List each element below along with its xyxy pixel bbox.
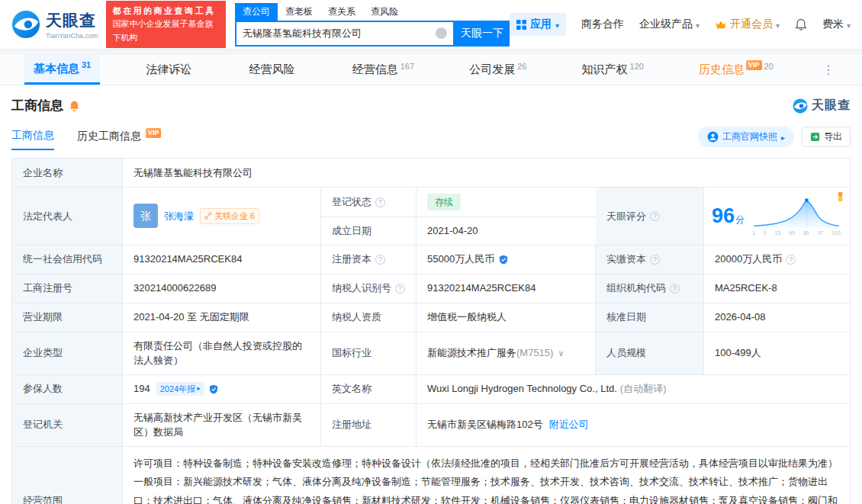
- chevron-down-icon: [847, 18, 851, 30]
- clear-icon[interactable]: [436, 27, 447, 39]
- related-companies-badge[interactable]: 关联企业 6: [200, 208, 259, 224]
- table-row: 法定代表人 张 张海濛 关联企业 6 登记状态: [12, 188, 850, 246]
- snapshot-person-icon: [707, 131, 719, 143]
- search-tab-relation[interactable]: 查关系: [320, 3, 363, 21]
- reg-authority-value: 无锡高新技术产业开发区（无锡市新吴区）数据局: [123, 404, 321, 446]
- business-scope-value: 许可项目：特种设备制造；特种设备安装改造修理；特种设备设计（依法须经批准的项目，…: [123, 447, 850, 504]
- legal-rep-link[interactable]: 张海濛: [164, 209, 194, 224]
- tab-legal[interactable]: 法律诉讼: [137, 55, 203, 85]
- business-info-table: 企业名称 无锡隆基氢能科技有限公司 法定代表人 张 张海濛 关联企业 6: [11, 158, 851, 504]
- nav-cooperation[interactable]: 商务合作: [581, 18, 624, 31]
- help-icon[interactable]: [395, 284, 405, 294]
- status-badge: 存续: [427, 194, 461, 210]
- tab-intellectual-property[interactable]: 知识产权120: [573, 55, 653, 85]
- search-tab-risk[interactable]: 查风险: [363, 3, 406, 21]
- staff-size-value: 100-499人: [704, 332, 850, 374]
- tab-operation-risk[interactable]: 经营风险: [240, 55, 307, 85]
- official-snapshot-button[interactable]: 工商官网快照: [698, 127, 794, 147]
- subtab-business-info[interactable]: 工商信息: [11, 129, 54, 150]
- help-icon[interactable]: [375, 197, 385, 207]
- arrow-right-icon: [781, 132, 785, 143]
- score-chart: 1515658597100: [752, 195, 841, 238]
- top-nav: 应用 商务合作 企业级产品 开通会员 费米: [510, 13, 851, 36]
- staff-size-label: 人员规模: [596, 332, 704, 374]
- subtab-row: 工商信息 历史工商信息 VIP 工商官网快照 导出: [11, 127, 851, 152]
- search-button[interactable]: 天眼一下: [455, 21, 510, 47]
- table-row: 企业名称 无锡隆基氢能科技有限公司: [12, 159, 850, 188]
- taxpayer-quality-label: 纳税人资质: [321, 303, 417, 332]
- paid-capital-label: 实缴资本: [596, 246, 704, 274]
- section-title: 工商信息: [11, 97, 63, 114]
- business-term-value: 2021-04-20 至 无固定期限: [123, 303, 321, 332]
- help-icon[interactable]: [670, 284, 680, 294]
- credit-code-label: 统一社会信用代码: [12, 246, 123, 274]
- score-axis: 1515658597100: [752, 230, 841, 238]
- tianyancha-logo[interactable]: 天眼查 TianYanCha.com: [11, 10, 98, 40]
- search-tab-boss[interactable]: 查老板: [278, 3, 320, 21]
- nav-user[interactable]: 费米: [822, 18, 851, 31]
- reg-status-label: 登记状态: [321, 188, 417, 217]
- medal-icon: [836, 191, 844, 207]
- table-row: 营业期限 2021-04-20 至 无固定期限 纳税人资质 增值税一般纳税人 核…: [12, 303, 850, 332]
- search-area: 查公司 查老板 查关系 查风险 天眼一下: [235, 3, 510, 47]
- subscribe-bell-icon[interactable]: [69, 100, 80, 112]
- taxpayer-quality-value: 增值税一般纳税人: [417, 303, 596, 332]
- table-row: 参保人数 194 2024年报 英文名称 Wuxi Longji Hydroge…: [12, 375, 850, 404]
- reg-status-value: 存续: [417, 188, 596, 217]
- reg-authority-label: 登记机关: [12, 404, 123, 446]
- avatar[interactable]: 张: [133, 204, 158, 228]
- org-code-label: 组织机构代码: [596, 274, 704, 303]
- approval-date-label: 核准日期: [596, 303, 704, 332]
- tianyancha-logo-icon: [11, 10, 40, 39]
- nav-open-vip[interactable]: 开通会员: [715, 18, 780, 31]
- establish-date-label: 成立日期: [321, 217, 417, 245]
- industry-value[interactable]: 新能源技术推广服务 (M7515): [417, 332, 596, 374]
- credit-code-value: 91320214MA25RCEK84: [123, 246, 321, 274]
- brand-domain: TianYanCha.com: [46, 32, 98, 40]
- search-box: [235, 21, 455, 47]
- nav-enterprise[interactable]: 企业级产品: [639, 18, 700, 31]
- taxpayer-id-value: 91320214MA25RCEK84: [417, 274, 596, 303]
- search-tabs: 查公司 查老板 查关系 查风险: [235, 3, 510, 21]
- export-button[interactable]: 导出: [802, 127, 851, 147]
- insured-value: 194 2024年报: [123, 375, 321, 403]
- reg-capital-label: 注册资本: [321, 246, 417, 274]
- tab-operation-info[interactable]: 经营信息167: [343, 55, 423, 85]
- score-label: 天眼评分: [596, 188, 704, 245]
- help-icon[interactable]: [375, 255, 385, 265]
- chevron-down-icon: [696, 18, 700, 30]
- tab-company-development[interactable]: 公司发展26: [460, 55, 536, 85]
- watermark-logo: 天眼查: [793, 98, 851, 114]
- industry-label: 国标行业: [321, 332, 417, 374]
- search-tab-company[interactable]: 查公司: [235, 3, 278, 21]
- annual-report-badge[interactable]: 2024年报: [156, 382, 204, 396]
- nav-apps[interactable]: 应用: [510, 13, 566, 36]
- shield-icon[interactable]: [499, 255, 508, 265]
- nearby-companies-link[interactable]: 附近公司: [549, 417, 589, 432]
- help-icon[interactable]: [650, 211, 660, 221]
- english-name-label: 英文名称: [321, 375, 417, 403]
- vip-badge: VIP: [746, 60, 762, 70]
- tab-basic-info[interactable]: 基本信息31: [24, 55, 100, 85]
- company-type-value: 有限责任公司（非自然人投资或控股的法人独资）: [123, 332, 321, 374]
- legal-rep-label: 法定代表人: [12, 188, 123, 245]
- company-name-label: 企业名称: [12, 159, 123, 187]
- more-tabs-icon[interactable]: [819, 55, 838, 85]
- table-row: 经营范围 许可项目：特种设备制造；特种设备安装改造修理；特种设备设计（依法须经批…: [12, 447, 850, 504]
- chevron-down-icon: [555, 18, 559, 30]
- nav-notifications[interactable]: [795, 18, 807, 31]
- tab-history-info[interactable]: 历史信息 VIP 20: [690, 55, 783, 85]
- top-header: 天眼查 TianYanCha.com 都在用的商业查询工具 国家中小企业发展子基…: [0, 0, 862, 49]
- crown-icon: [715, 20, 727, 30]
- business-scope-label: 经营范围: [12, 447, 123, 504]
- subtab-history-business-info[interactable]: 历史工商信息 VIP: [77, 130, 161, 149]
- english-name-value: Wuxi Longji Hydrogen Technology Co., Ltd…: [417, 375, 850, 403]
- search-input[interactable]: [243, 27, 436, 39]
- help-icon[interactable]: [786, 255, 796, 265]
- content: 工商信息 天眼查 工商信息 历史工商信息 VIP: [0, 97, 862, 504]
- slogan-badge: 都在用的商业查询工具 国家中小企业发展子基金旗下机构: [106, 1, 226, 47]
- score-value: 96: [712, 204, 735, 227]
- shield-icon[interactable]: [209, 384, 218, 394]
- nested-cells: 登记状态 存续 成立日期 2021-04-20: [321, 188, 596, 245]
- help-icon[interactable]: [650, 255, 660, 265]
